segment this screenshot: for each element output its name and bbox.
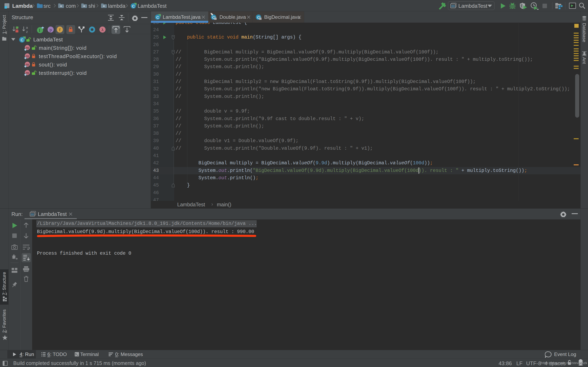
svg-text:z: z bbox=[26, 30, 28, 33]
svg-text:C: C bbox=[132, 4, 135, 8]
svg-text:f: f bbox=[59, 27, 61, 32]
svg-text:p: p bbox=[50, 27, 52, 32]
svg-text:I: I bbox=[39, 28, 40, 33]
svg-text:C: C bbox=[156, 15, 159, 20]
svg-text:a: a bbox=[26, 26, 28, 30]
svg-text:C: C bbox=[21, 38, 24, 42]
svg-text:λ: λ bbox=[102, 27, 104, 32]
